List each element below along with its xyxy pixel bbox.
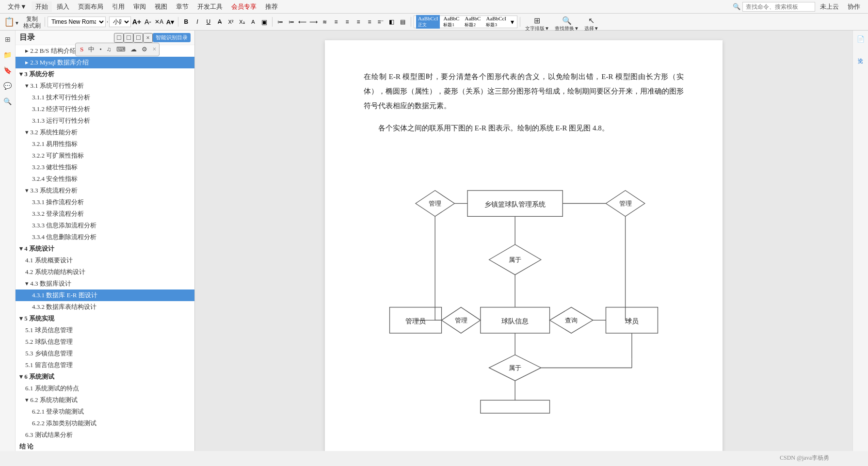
- toc-item[interactable]: ▾ 6 系统测试: [16, 371, 194, 383]
- menu-ref[interactable]: 引用: [108, 1, 129, 12]
- toc-item[interactable]: 3.3.2 登录流程分析: [16, 208, 194, 220]
- toc-item[interactable]: 3.1.2 经济可行性分析: [16, 103, 194, 115]
- font-name-select[interactable]: Times New Roma: [48, 16, 106, 27]
- align-right-btn[interactable]: ≡: [353, 16, 364, 27]
- toc-item[interactable]: 3.3.1 操作流程分析: [16, 196, 194, 208]
- smart-label[interactable]: 智能识别目录: [153, 33, 191, 42]
- toc-item[interactable]: 6.2.2 添加类别功能测试: [16, 418, 194, 429]
- toc-item[interactable]: 3.2.1 易用性指标: [16, 138, 194, 150]
- align-left-btn[interactable]: ≡: [331, 16, 341, 27]
- sidebar-icon3[interactable]: ☐: [133, 33, 143, 43]
- format-painter-btn[interactable]: 格式刷: [22, 22, 42, 29]
- indent-btn[interactable]: ⟶: [308, 16, 319, 27]
- ime-music-btn[interactable]: ♫: [105, 45, 113, 54]
- ime-settings-btn[interactable]: ⚙: [140, 45, 149, 54]
- superscript-btn[interactable]: X²: [225, 16, 236, 27]
- menu-cloud[interactable]: 未上云: [816, 1, 843, 12]
- search-input[interactable]: [742, 2, 815, 12]
- style-more-btn[interactable]: ▾: [510, 17, 515, 27]
- toc-item[interactable]: 4.1 系统概要设计: [16, 255, 194, 266]
- italic-btn[interactable]: I: [192, 16, 203, 27]
- align-center-btn[interactable]: ≡: [342, 16, 353, 27]
- menu-chapter[interactable]: 章节: [172, 1, 193, 12]
- style-h1[interactable]: AaBbC标题1: [441, 15, 461, 29]
- strikethrough-btn[interactable]: A̶: [214, 16, 225, 27]
- menu-layout[interactable]: 页面布局: [74, 1, 107, 12]
- ime-close-btn[interactable]: ×: [153, 46, 157, 53]
- menu-home[interactable]: 开始: [32, 1, 52, 12]
- toc-item[interactable]: 3.2.3 健壮性指标: [16, 161, 194, 173]
- clear-format-btn[interactable]: ✕A: [154, 16, 164, 27]
- menu-member[interactable]: 会员专享: [227, 1, 260, 12]
- toc-item[interactable]: 结 论: [16, 441, 194, 451]
- font-color-btn[interactable]: A▾: [165, 16, 176, 27]
- menu-collab[interactable]: 协作: [844, 1, 864, 12]
- border2-btn[interactable]: ▤: [398, 16, 408, 27]
- comment-icon[interactable]: 💬: [2, 80, 14, 92]
- toc-item[interactable]: 6.3 测试结果分析: [16, 429, 194, 441]
- toc-item[interactable]: 6.1 系统测试的特点: [16, 383, 194, 394]
- shading-btn[interactable]: ◧: [386, 16, 397, 27]
- ime-keyboard-btn[interactable]: ⌨: [115, 45, 127, 54]
- bullet-list-btn[interactable]: ≔: [275, 16, 286, 27]
- style-h3[interactable]: AaBbCcI标题3: [484, 15, 508, 29]
- toc-item[interactable]: ▾ 3.3 系统流程分析: [16, 185, 194, 196]
- toc-item[interactable]: ▾ 5 系统实现: [16, 313, 194, 324]
- style-normal[interactable]: AaBbCcI正文: [416, 15, 440, 29]
- paste-btn[interactable]: 📋▼: [2, 16, 21, 27]
- toc-item[interactable]: 3.2.2 可扩展性指标: [16, 150, 194, 161]
- num-list-btn[interactable]: ≔: [286, 16, 297, 27]
- toc-item[interactable]: 5.1 留言信息管理: [16, 359, 194, 371]
- menu-view[interactable]: 视图: [151, 1, 171, 12]
- toc-item[interactable]: 3.1.3 运行可行性分析: [16, 115, 194, 127]
- right-icon-paper[interactable]: 论文: [855, 48, 867, 60]
- ime-s-btn[interactable]: S: [79, 45, 85, 54]
- subscript-btn[interactable]: X₂: [237, 16, 247, 27]
- menu-insert[interactable]: 插入: [53, 1, 73, 12]
- toc-item[interactable]: 3.2.4 安全性指标: [16, 173, 194, 185]
- home-icon[interactable]: ⊞: [2, 33, 14, 45]
- sidebar-icon1[interactable]: ☐: [114, 33, 124, 43]
- toc-item[interactable]: 4.2 系统功能结构设计: [16, 266, 194, 278]
- toc-item[interactable]: ▾ 3.1 系统可行性分析: [16, 80, 194, 92]
- style-h2[interactable]: AaBbC标题2: [463, 15, 482, 29]
- toc-item[interactable]: 3.1.1 技术可行性分析: [16, 92, 194, 103]
- font-size-select[interactable]: 小四: [109, 16, 131, 27]
- toc-item[interactable]: 3.3.4 信息删除流程分析: [16, 231, 194, 243]
- search-side-icon[interactable]: 🔍: [2, 96, 14, 107]
- ime-chinese-btn[interactable]: 中: [87, 45, 96, 54]
- sidebar-close-btn[interactable]: ×: [143, 33, 153, 43]
- toc-item[interactable]: ▾ 4.3 数据库设计: [16, 278, 194, 289]
- decrease-font-btn[interactable]: A-: [143, 16, 153, 27]
- line-space-btn[interactable]: ≡⁻: [375, 16, 386, 27]
- bold-btn[interactable]: B: [181, 16, 192, 27]
- toc-item[interactable]: 4.3.2 数据库表结构设计: [16, 301, 194, 313]
- toc-item[interactable]: 4.3.1 数据库 E-R 图设计: [16, 289, 194, 301]
- toc-item[interactable]: 5.3 乡镇信息管理: [16, 348, 194, 359]
- ime-cloud-btn[interactable]: ☁: [129, 45, 138, 54]
- select-btn[interactable]: ↖ 选择▼: [582, 15, 601, 29]
- menu-recommend[interactable]: 推荐: [261, 1, 282, 12]
- menu-file[interactable]: 文件▼: [4, 1, 31, 12]
- ime-dot-btn[interactable]: •: [98, 45, 103, 54]
- outdent-btn[interactable]: ⟵: [297, 16, 308, 27]
- toc-item[interactable]: ▾ 4 系统设计: [16, 243, 194, 255]
- toc-item[interactable]: 3.3.3 信息添加流程分析: [16, 220, 194, 231]
- toc-item[interactable]: ▾ 3 系统分析: [16, 68, 194, 80]
- align-justify-btn[interactable]: ≡: [364, 16, 375, 27]
- text-highlight-btn[interactable]: A: [248, 16, 258, 27]
- underline-btn[interactable]: U: [203, 16, 214, 27]
- find-replace-btn[interactable]: 🔍 查找替换▼: [552, 15, 581, 29]
- toc-item[interactable]: 5.1 球员信息管理: [16, 324, 194, 336]
- menu-review[interactable]: 审阅: [129, 1, 150, 12]
- border-btn[interactable]: ▣: [259, 16, 270, 27]
- menu-dev[interactable]: 开发工具: [193, 1, 226, 12]
- right-icon-doc[interactable]: 📄: [855, 33, 867, 45]
- copy-btn[interactable]: 复制: [22, 15, 42, 22]
- list-extra-btn[interactable]: ≋: [320, 16, 330, 27]
- doc-area[interactable]: 在绘制 E-R 模型图时，要分清楚各个图形代表的含义，以免绘制出错，E-R 模型…: [195, 31, 852, 451]
- toc-item[interactable]: ▾ 3.2 系统性能分析: [16, 127, 194, 138]
- toc-item[interactable]: 5.2 球队信息管理: [16, 336, 194, 348]
- text-arrange-btn[interactable]: ⊞ 文字排版▼: [523, 15, 552, 29]
- file-icon[interactable]: 📁: [2, 49, 14, 61]
